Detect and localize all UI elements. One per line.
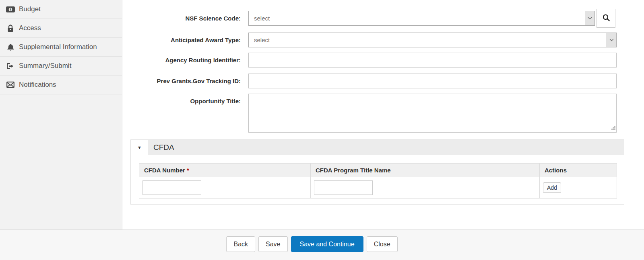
close-button[interactable]: Close	[367, 236, 398, 252]
cfda-collapse-toggle[interactable]: ▼	[131, 140, 148, 155]
cfda-number-input[interactable]	[142, 180, 201, 195]
sidebar-item-access[interactable]: Access	[0, 19, 122, 38]
required-marker: *	[187, 167, 189, 174]
cfda-panel-header: ▼ CFDA	[131, 140, 624, 155]
cfda-number-cell	[139, 177, 311, 199]
search-icon	[602, 14, 610, 23]
sidebar-item-label: Supplemental Information	[19, 43, 97, 51]
prev-grants-gov-tracking-id-input[interactable]	[248, 74, 617, 88]
field-row-opportunity-title: Opportunity Title:	[123, 94, 644, 133]
selected-value: select	[249, 11, 585, 25]
field-label: Agency Routing Identifier:	[123, 53, 248, 68]
cfda-program-title-input[interactable]	[314, 180, 373, 195]
sidebar-item-summary-submit[interactable]: Summary/Submit	[0, 57, 122, 76]
column-header-label: Actions	[545, 167, 567, 174]
sidebar: $ Budget Access Supplemen	[0, 0, 122, 229]
column-header-cfda-number: CFDA Number*	[139, 164, 311, 177]
back-button[interactable]: Back	[226, 236, 255, 252]
field-label: Anticipated Award Type:	[123, 33, 248, 47]
cfda-table: CFDA Number* CFDA Program Title Name Act…	[139, 163, 617, 199]
actions-cell: Add	[540, 177, 617, 199]
sidebar-item-budget[interactable]: $ Budget	[0, 0, 122, 19]
field-row-agency-routing-identifier: Agency Routing Identifier:	[123, 53, 644, 68]
field-label: NSF Science Code:	[123, 11, 248, 26]
cfda-table-header-row: CFDA Number* CFDA Program Title Name Act…	[139, 164, 617, 177]
caret-down-icon: ▼	[137, 145, 142, 150]
nsf-science-code-search-button[interactable]	[597, 9, 615, 28]
column-header-label: CFDA Number	[144, 167, 185, 174]
bell-icon	[5, 43, 16, 51]
cfda-program-title-cell	[311, 177, 540, 199]
sidebar-item-label: Notifications	[19, 81, 56, 89]
save-button[interactable]: Save	[258, 236, 287, 252]
field-row-prev-grants-gov-tracking-id: Prev Grants.Gov Tracking ID:	[123, 74, 644, 88]
chevron-down-icon[interactable]	[585, 11, 594, 25]
column-header-actions: Actions	[540, 164, 617, 177]
selected-value: select	[249, 33, 607, 47]
sidebar-item-label: Summary/Submit	[19, 62, 71, 70]
field-label: Prev Grants.Gov Tracking ID:	[123, 74, 248, 88]
column-header-label: CFDA Program Title Name	[316, 167, 391, 174]
money-icon: $	[5, 6, 16, 12]
footer-button-group: Back Save Save and Continue Close	[0, 236, 644, 252]
cfda-panel: ▼ CFDA CFDA Number* CFDA Program Title N…	[130, 139, 624, 205]
sign-out-icon	[5, 63, 16, 70]
form-panel: NSF Science Code: select Anticipated Awa…	[123, 0, 644, 229]
opportunity-title-textarea[interactable]	[248, 94, 617, 133]
add-button[interactable]: Add	[543, 182, 561, 193]
column-header-cfda-program-title-name: CFDA Program Title Name	[311, 164, 540, 177]
save-and-continue-button[interactable]: Save and Continue	[291, 236, 363, 252]
svg-text:$: $	[10, 8, 12, 11]
sidebar-item-notifications[interactable]: Notifications	[0, 76, 122, 94]
chevron-down-icon[interactable]	[607, 33, 616, 47]
resize-grip-icon[interactable]	[611, 124, 615, 131]
anticipated-award-type-select[interactable]: select	[248, 33, 617, 47]
nsf-science-code-select[interactable]: select	[248, 11, 595, 26]
cfda-table-row: Add	[139, 177, 617, 199]
sidebar-item-supplemental-information[interactable]: Supplemental Information	[0, 38, 122, 57]
footer-bar: Back Save Save and Continue Close	[0, 229, 644, 260]
envelope-icon	[5, 82, 16, 88]
field-row-anticipated-award-type: Anticipated Award Type: select	[123, 33, 644, 47]
field-row-nsf-science-code: NSF Science Code: select	[123, 9, 644, 28]
agency-routing-identifier-input[interactable]	[248, 53, 617, 68]
cfda-panel-body: CFDA Number* CFDA Program Title Name Act…	[131, 155, 624, 204]
cfda-panel-title: CFDA	[148, 140, 624, 155]
page: $ Budget Access Supplemen	[0, 0, 644, 260]
sidebar-item-label: Access	[19, 24, 41, 32]
field-label: Opportunity Title:	[123, 94, 248, 109]
lock-icon	[5, 25, 16, 32]
sidebar-item-label: Budget	[19, 5, 41, 13]
